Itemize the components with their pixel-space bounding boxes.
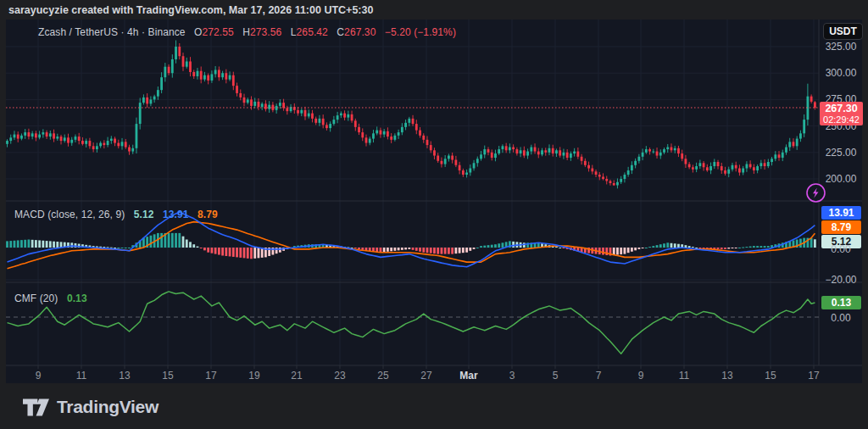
candle-body bbox=[685, 159, 687, 164]
macd-hist-bar bbox=[746, 247, 748, 248]
candle-body bbox=[634, 161, 637, 165]
candle-body bbox=[383, 131, 386, 135]
candle-body bbox=[300, 110, 303, 114]
macd-hist-bar bbox=[491, 245, 493, 248]
macd-hist-bar bbox=[203, 248, 206, 250]
candle-body bbox=[727, 170, 730, 174]
candle-body bbox=[756, 166, 759, 170]
candle-body bbox=[314, 119, 317, 123]
candle-body bbox=[520, 150, 522, 153]
candle-body bbox=[688, 164, 691, 168]
macd-hist-bar bbox=[441, 248, 443, 254]
candle-body bbox=[160, 77, 163, 90]
macd-hist-bar bbox=[703, 248, 705, 248]
time-label: 21 bbox=[291, 370, 302, 382]
candle-body bbox=[771, 159, 773, 162]
macd-hist-bar bbox=[717, 248, 720, 249]
candle-body bbox=[563, 153, 565, 156]
macd-legend[interactable]: MACD (close, 12, 26, 9) 5.12 13.91 8.79 bbox=[14, 209, 218, 220]
candle-body bbox=[454, 160, 457, 165]
candle-body bbox=[764, 163, 766, 166]
macd-hist-bar bbox=[49, 241, 52, 248]
candle-body bbox=[114, 139, 116, 143]
macd-hist-bar bbox=[799, 239, 802, 248]
candle-body bbox=[544, 150, 547, 152]
time-label: 27 bbox=[420, 370, 431, 382]
time-label: 19 bbox=[248, 370, 259, 382]
macd-hist-bar bbox=[393, 248, 396, 251]
candle-body bbox=[476, 159, 479, 163]
candle-body bbox=[175, 47, 177, 59]
candle-body bbox=[674, 148, 676, 150]
macd-hist-bar bbox=[38, 240, 41, 248]
time-label: 11 bbox=[679, 370, 689, 382]
candle-body bbox=[297, 110, 299, 114]
macd-hist-bar bbox=[732, 248, 734, 248]
lightning-icon[interactable] bbox=[804, 181, 827, 204]
cmf-legend[interactable]: CMF (20) 0.13 bbox=[14, 292, 87, 304]
macd-hist-bar bbox=[150, 236, 153, 248]
candle-body bbox=[732, 165, 734, 170]
macd-hist-value: 5.12 bbox=[134, 209, 154, 220]
macd-hist-bar bbox=[631, 248, 633, 252]
macd-hist-bar bbox=[415, 248, 418, 251]
macd-hist-bar bbox=[117, 248, 120, 248]
macd-hist-bar bbox=[753, 246, 755, 248]
candle-body bbox=[125, 142, 127, 147]
macd-hist-bar bbox=[749, 247, 752, 248]
symbol-legend[interactable]: Zcash / TetherUS · 4h · Binance O272.55 … bbox=[38, 26, 456, 38]
macd-hist-bar bbox=[444, 248, 447, 254]
candle-body bbox=[343, 114, 346, 118]
candle-body bbox=[326, 125, 328, 128]
candle-body bbox=[602, 177, 604, 179]
candle-body bbox=[150, 99, 153, 103]
candle-body bbox=[60, 136, 63, 141]
candle-body bbox=[566, 153, 569, 158]
price-tag-countdown: 02:29:42 bbox=[820, 114, 863, 125]
macd-hist-bar bbox=[9, 241, 12, 248]
price-tag: 267.30 02:29:42 bbox=[820, 102, 863, 125]
candle-body bbox=[236, 86, 238, 93]
macd-hist-bar bbox=[218, 248, 220, 255]
candle-body bbox=[738, 169, 741, 173]
macd-low-label: −20.00 bbox=[820, 274, 862, 286]
macd-signal-value: 8.79 bbox=[198, 209, 218, 220]
macd-hist-bar bbox=[814, 239, 816, 248]
macd-hist-bar bbox=[559, 248, 561, 248]
macd-hist-bar bbox=[459, 248, 461, 254]
candle-body bbox=[376, 131, 378, 134]
macd-hist-bar bbox=[677, 244, 680, 248]
tradingview-logo[interactable]: TradingView bbox=[23, 397, 159, 417]
macd-hist-bar bbox=[462, 248, 465, 253]
candle-body bbox=[595, 171, 598, 175]
time-label: Mar bbox=[459, 370, 477, 382]
candle-body bbox=[38, 135, 41, 138]
candle-body bbox=[491, 153, 493, 158]
macd-hist-bar bbox=[469, 248, 471, 251]
cmf-legend-title: CMF (20) bbox=[14, 292, 58, 304]
candle-body bbox=[793, 142, 795, 146]
macd-hist-bar bbox=[656, 245, 659, 248]
candle-body bbox=[121, 142, 124, 146]
macd-hist-bar bbox=[648, 247, 651, 248]
candle-body bbox=[541, 150, 543, 154]
macd-hist-bar bbox=[685, 245, 687, 248]
candle-body bbox=[197, 71, 199, 76]
macd-hist-bar bbox=[652, 246, 654, 248]
attribution-text: sarayucyzie created with TradingView.com… bbox=[8, 4, 373, 16]
macd-hist-bar bbox=[258, 248, 260, 258]
macd-hist-bar bbox=[192, 244, 195, 248]
currency-button[interactable]: USDT bbox=[823, 23, 863, 40]
candle-body bbox=[652, 152, 654, 153]
candle-body bbox=[139, 103, 142, 124]
macd-hist-bar bbox=[555, 247, 558, 248]
candle-body bbox=[81, 141, 84, 144]
candle-body bbox=[570, 153, 572, 158]
macd-hist-bar bbox=[627, 248, 630, 253]
macd-hist-bar bbox=[642, 248, 644, 248]
candle-body bbox=[168, 67, 170, 73]
macd-hist-bar bbox=[46, 241, 48, 248]
candle-body bbox=[178, 47, 181, 56]
candle-body bbox=[117, 143, 120, 147]
macd-hist-bar bbox=[229, 248, 231, 256]
